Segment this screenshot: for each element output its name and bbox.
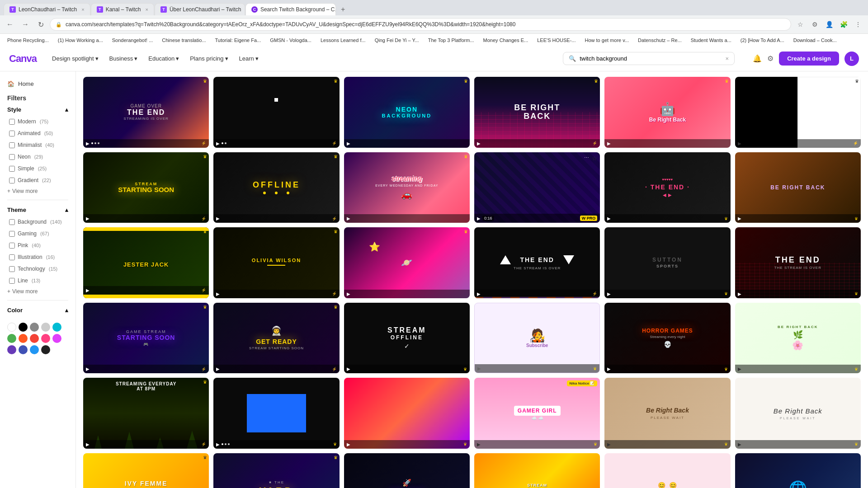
bookmark-16[interactable]: Download – Cook...: [790, 37, 840, 44]
template-card-28[interactable]: Nika Notice 📝 GAMER GIRL ☁️ ☁️ ▶ ♛: [474, 378, 600, 449]
tab-2[interactable]: T Kanal – Twitch ×: [91, 3, 154, 15]
bookmark-9[interactable]: The Top 3 Platform...: [425, 37, 478, 44]
color-swatch-gray[interactable]: [30, 323, 39, 332]
template-card-26[interactable]: ▶ ♛: [213, 378, 339, 449]
color-swatch-blue[interactable]: [30, 345, 39, 354]
bookmark-14[interactable]: Student Wants a...: [687, 37, 735, 44]
more-options-icon[interactable]: ⋮: [852, 18, 864, 31]
style-simple[interactable]: Simple (25): [2, 163, 74, 174]
color-swatch-purple-light[interactable]: [52, 334, 61, 343]
theme-section-title[interactable]: Theme ▴: [0, 204, 75, 216]
template-card-33[interactable]: 🚀 GAME STREAM STARTING SOON ▶ ♛: [344, 453, 470, 488]
bookmark-10[interactable]: Money Changes E...: [480, 37, 532, 44]
tab-close-2[interactable]: ×: [145, 7, 148, 12]
template-card-22[interactable]: 🧑‍🎤 Subscribe ▶ ♛: [474, 303, 600, 374]
bookmark-12[interactable]: How to get more v...: [581, 37, 632, 44]
theme-background[interactable]: Background (140): [2, 216, 74, 228]
url-bar[interactable]: 🔒 canva.com/search/templates?q=Twitch%20…: [50, 18, 791, 31]
bookmark-4[interactable]: Chinese translatio...: [158, 37, 209, 44]
template-card-2[interactable]: ▶ ⚡ ♛: [213, 77, 339, 148]
template-card-11[interactable]: ♥♥♥♥♥ · THE END · ◀ ▶ ▶ ♛: [604, 152, 730, 223]
nav-plans[interactable]: Plans pricing ▾: [185, 52, 232, 65]
theme-background-checkbox[interactable]: [9, 219, 15, 225]
bookmark-5[interactable]: Tutorial: Eigene Fa...: [212, 37, 265, 44]
template-card-6[interactable]: ▶ ⚡ ♛: [735, 77, 861, 148]
theme-pink[interactable]: Pink (40): [2, 239, 74, 251]
bookmark-1[interactable]: Phone Recycling...: [4, 37, 52, 44]
back-button[interactable]: ←: [4, 18, 16, 31]
bookmark-3[interactable]: Sonderangebot! ...: [108, 37, 157, 44]
theme-technology-checkbox[interactable]: [9, 266, 15, 272]
bookmark-2[interactable]: (1) How Working a...: [54, 37, 107, 44]
style-simple-checkbox[interactable]: [9, 166, 15, 172]
color-swatch-white[interactable]: [7, 323, 16, 332]
bookmark-icon[interactable]: ☆: [794, 18, 807, 31]
bookmark-8[interactable]: Qing Fei De Yi – Y...: [371, 37, 423, 44]
style-gradient-checkbox[interactable]: [9, 178, 15, 183]
theme-gaming-checkbox[interactable]: [9, 231, 15, 237]
template-card-1[interactable]: GAME OVER THE END STREAMING IS OVER ▶ ⚡ …: [83, 77, 209, 148]
color-section-title[interactable]: Color ▴: [0, 304, 75, 316]
template-card-18[interactable]: THE END THE STREAM IS OVER ▶ ♛: [735, 227, 861, 298]
template-card-19[interactable]: GAME STREAM STARTING SOON 🎮 ▶ ⚡ ♛: [83, 303, 209, 374]
canva-logo[interactable]: Canva: [9, 53, 37, 65]
color-swatch-orange[interactable]: [19, 334, 28, 343]
theme-see-more[interactable]: + View more: [0, 286, 75, 296]
forward-button[interactable]: →: [19, 18, 32, 31]
style-modern[interactable]: Modern (75): [2, 116, 74, 127]
template-card-9[interactable]: streaming EVERY WEDNESDAY AND FRIDAY 🚗 ▶…: [344, 152, 470, 223]
template-card-32[interactable]: ★ THE YARD ▶ ⚡ ♛: [213, 453, 339, 488]
color-swatch-pink[interactable]: [41, 334, 50, 343]
avatar[interactable]: L: [844, 52, 859, 66]
color-swatch-lightgray[interactable]: [41, 323, 50, 332]
new-tab-button[interactable]: +: [336, 4, 349, 15]
template-card-36[interactable]: 🌐 ▶ ♛: [735, 453, 861, 488]
template-card-5[interactable]: 🤖 Be Right Back ▶ ♛: [604, 77, 730, 148]
settings-icon[interactable]: ⚙: [808, 18, 821, 31]
template-card-13[interactable]: JESTER JACK ▶ ⚡ ♛: [83, 227, 209, 298]
template-card-15[interactable]: 🪐 ⭐ ▶ ♛: [344, 227, 470, 298]
extensions-icon[interactable]: 🧩: [837, 18, 850, 31]
template-card-27[interactable]: ▶ ♛: [344, 378, 470, 449]
color-swatch-darkest[interactable]: [41, 345, 50, 354]
template-card-20[interactable]: 👨‍🚀 GET READY STREAM STARTING SOON ▶ ⚡ ♛: [213, 303, 339, 374]
template-card-21[interactable]: STREAM OFFLINE ✓ ▶ ♛: [344, 303, 470, 374]
tab-4[interactable]: C Search Twitch Background – C... ×: [245, 3, 336, 15]
bookmark-13[interactable]: Datenschutz – Re...: [634, 37, 685, 44]
style-gradient[interactable]: Gradient (22): [2, 174, 74, 186]
nav-education[interactable]: Education ▾: [144, 52, 184, 65]
bookmark-11[interactable]: LEE'S HOUSE-...: [533, 37, 579, 44]
style-minimalist[interactable]: Minimalist (40): [2, 139, 74, 151]
template-card-14[interactable]: olivia wilson ▶ ⚡ ♛: [213, 227, 339, 298]
style-neon[interactable]: Neon (29): [2, 151, 74, 163]
template-card-30[interactable]: Be Right Back PLEASE WAIT ▶ ♛: [735, 378, 861, 449]
style-neon-checkbox[interactable]: [9, 154, 15, 160]
color-swatch-indigo[interactable]: [19, 345, 28, 354]
template-card-7[interactable]: STREAM STARTING SOON ▶ ⚡ ♛: [83, 152, 209, 223]
color-swatch-purple-dark[interactable]: [7, 345, 16, 354]
template-card-24[interactable]: BE RIGHT BACK 🌿 🌸 ▶ ♛: [735, 303, 861, 374]
template-card-25[interactable]: STREAMING EVERYDAYAT 8PM ▶ ⚡ ♛: [83, 378, 209, 449]
home-button[interactable]: 🏠 Home: [0, 77, 75, 91]
settings-icon[interactable]: ⚙: [767, 54, 774, 63]
style-minimalist-checkbox[interactable]: [9, 142, 15, 148]
tab-close-1[interactable]: ×: [81, 7, 84, 12]
nav-design-spotlight[interactable]: Design spotlight ▾: [47, 52, 103, 65]
color-swatch-black[interactable]: [19, 323, 28, 332]
search-clear-button[interactable]: ×: [726, 55, 729, 62]
nav-business[interactable]: Business ▾: [105, 52, 142, 65]
style-animated[interactable]: Animated (50): [2, 127, 74, 139]
template-card-17[interactable]: SUTTON SPORTS ▶ ♛: [604, 227, 730, 298]
user-icon[interactable]: 👤: [823, 18, 835, 31]
theme-technology[interactable]: Technology (15): [2, 263, 74, 275]
style-section-title[interactable]: Style ▴: [0, 103, 75, 116]
bookmark-15[interactable]: (2) [How To Add A...: [737, 37, 788, 44]
style-modern-checkbox[interactable]: [9, 119, 15, 125]
theme-gaming[interactable]: Gaming (67): [2, 228, 74, 239]
template-card-31[interactable]: IVY FEMME 🌸🌺🌸 ▶ ♛: [83, 453, 209, 488]
template-card-29[interactable]: Be Right Back PLEASE WAIT ▶ ♛: [604, 378, 730, 449]
color-swatch-red[interactable]: [30, 334, 39, 343]
template-card-10[interactable]: ☆ ⋯ ▶ 0:16 W PRO: [474, 152, 600, 223]
nav-learn[interactable]: Learn ▾: [235, 52, 263, 65]
template-card-16[interactable]: THE END THE STREAM IS OVER ▶ ⚡: [474, 227, 600, 298]
